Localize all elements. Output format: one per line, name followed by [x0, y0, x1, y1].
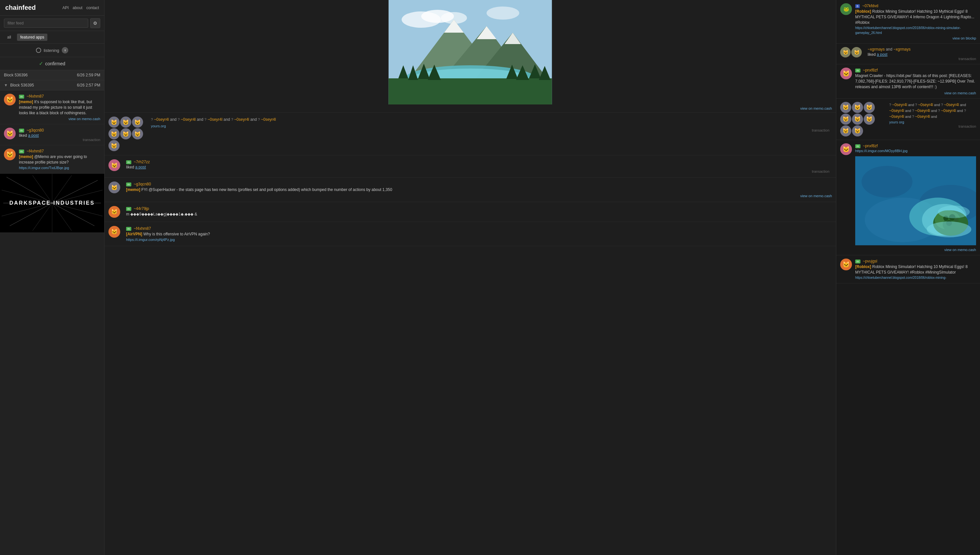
- avatar: 😺: [132, 128, 143, 140]
- nav-contact[interactable]: contact: [86, 6, 99, 10]
- user-link[interactable]: ~0seyr4l: [234, 117, 249, 122]
- yours-org-link[interactable]: yours.org: [151, 124, 832, 128]
- yours-org-right[interactable]: yours org: [889, 119, 976, 124]
- imgur-link-right[interactable]: https://i.imgur.com/MOyy8BH.jpg: [855, 148, 976, 153]
- avatar: 😺: [120, 117, 131, 128]
- feed-user-link[interactable]: ~7rh27zz: [133, 160, 150, 164]
- block-536396-time: 6/26 2:59 PM: [77, 73, 100, 77]
- feed-user-link[interactable]: ~pnxf8zf: [863, 68, 878, 72]
- feed-message: Roblox Mining Simulator! Hatching 10 Myt…: [855, 9, 974, 25]
- view-on-memo-link[interactable]: view on memo.cash: [19, 117, 100, 121]
- users-text: ? ~0seyr4l and ? ~0seyr4l and ? ~0seyr4l…: [889, 102, 976, 119]
- checkmark-icon: ✓: [39, 60, 43, 67]
- feed-message: Roblox Mining Simulator! Hatching 10 Myt…: [855, 265, 967, 274]
- nav-about[interactable]: about: [72, 6, 82, 10]
- user-link[interactable]: ~0seyr4l: [918, 103, 933, 107]
- feed-text: [memo] @Memo are you ever going to incre…: [19, 154, 100, 165]
- svg-line-5: [52, 203, 95, 226]
- right-list-item: 😺 😺 ~xgrmays and ~xgrmays liked a post t…: [836, 44, 980, 64]
- avatar: 😺: [132, 117, 143, 128]
- feed-user-link[interactable]: ~pnxf8zf: [863, 144, 878, 148]
- avatar: 😺: [108, 117, 120, 128]
- liked-post-link[interactable]: a post: [135, 165, 146, 170]
- filter-settings-button[interactable]: ⚙: [90, 18, 100, 28]
- feed-user-link[interactable]: ~f4xhm87: [26, 149, 44, 154]
- view-on-link[interactable]: view on memo.cash: [126, 194, 832, 198]
- user-link[interactable]: ~0seyr4l: [915, 108, 930, 113]
- liked-line: ~xgrmays and ~xgrmays: [868, 47, 976, 51]
- user-link[interactable]: ~0seyr4l: [261, 117, 276, 122]
- user-link[interactable]: ~0seyr4l: [944, 103, 959, 107]
- feed-user-link[interactable]: ~44r79jp: [133, 206, 149, 211]
- avatar: 😺: [108, 159, 120, 171]
- feed-content: m ~g3qcn80 liked a post transaction: [19, 128, 100, 142]
- memo-badge: m: [19, 128, 24, 133]
- block-536396-header[interactable]: Block 536396 6/26 2:59 PM: [0, 70, 104, 80]
- user-link[interactable]: ~0seyr4l: [207, 117, 222, 122]
- transaction-label: transaction: [19, 138, 100, 142]
- feed-user-link[interactable]: ~xgrmays: [868, 47, 885, 51]
- feed-tag: [Roblox]: [855, 9, 871, 14]
- avatar: 🐱: [840, 143, 852, 155]
- user-link[interactable]: ~0seyr4l: [889, 114, 904, 119]
- tab-featured-apps[interactable]: featured apps: [17, 34, 47, 41]
- right-content: m ~pnxf8zf https://i.imgur.com/MOyy8BH.j…: [855, 143, 976, 252]
- view-on-memo-aerial[interactable]: view on memo.cash: [855, 248, 976, 252]
- feed-text: [memo] FYI @SuperHacker - the stats page…: [126, 187, 832, 192]
- nav-api[interactable]: API: [63, 6, 69, 10]
- user-link[interactable]: ~0seyr4l: [941, 108, 956, 113]
- avatar: 🐱: [108, 206, 120, 218]
- feed-user-link[interactable]: ~07kfdvd: [863, 3, 879, 8]
- feed-user-link[interactable]: ~f4xhm87: [133, 226, 151, 231]
- mountain-svg: [104, 0, 836, 104]
- feed-user-link[interactable]: ~f4xhm87: [26, 94, 44, 99]
- memo-badge: m: [126, 207, 131, 211]
- pause-icon[interactable]: ⏸: [62, 47, 68, 53]
- imgur-link[interactable]: https://i.imgur.com/TxdJBqe.jpg: [19, 165, 100, 170]
- feed-user-link[interactable]: ~pvujgsl: [863, 259, 877, 263]
- avatar: 🐱: [4, 128, 16, 140]
- roblox-link2[interactable]: https://chloetuberchannel.blogspot.com/2…: [855, 275, 976, 280]
- view-on-blockp[interactable]: view on blockp: [855, 36, 976, 40]
- view-on-memo-link[interactable]: view on memo.cash: [855, 91, 976, 95]
- feed-user-link[interactable]: ~g3qcn80: [26, 128, 44, 133]
- svg-line-0: [6, 177, 52, 203]
- svg-point-52: [938, 205, 970, 218]
- feed-user-link[interactable]: ~g3qcn80: [133, 182, 151, 186]
- imgur-link2[interactable]: https://i.imgur.com/rpNj4Pz.jpg: [126, 237, 832, 242]
- feed-text: [memo] It's supposed to look like that, …: [19, 99, 100, 115]
- filter-input[interactable]: [4, 19, 88, 28]
- right-list-item: 🐱 m ~pvujgsl [Roblox] Roblox Mining Simu…: [836, 255, 980, 284]
- tab-all[interactable]: all: [4, 34, 14, 41]
- aerial-image: [855, 155, 976, 247]
- feed-text: [Roblox] Roblox Mining Simulator! Hatchi…: [855, 9, 976, 25]
- feed-tag: [Roblox]: [855, 265, 871, 269]
- block-536396-label: Block 536396: [4, 73, 28, 77]
- memo-badge: m: [855, 260, 860, 263]
- right-list-item: 🐸 B ~07kfdvd [Roblox] Roblox Mining Simu…: [836, 0, 980, 44]
- feed-user-link[interactable]: ~xgrmays: [893, 47, 911, 51]
- roblox-link[interactable]: https://chloetuberchannel.blogspot.com/2…: [855, 25, 976, 35]
- view-on-memo-middle[interactable]: view on memo.cash: [104, 104, 836, 112]
- user-link[interactable]: ~0seyr4l: [892, 103, 907, 107]
- avatar: 😺: [840, 125, 851, 136]
- user-link[interactable]: ~0seyr4l: [915, 114, 930, 119]
- filter-area: ⚙: [0, 16, 104, 31]
- feed-tag: [AirVPN]: [126, 232, 142, 236]
- user-link[interactable]: ~0seyr4l: [889, 108, 904, 113]
- block-536395-header[interactable]: ▼ Block 536395 6/26 2:57 PM: [0, 80, 104, 90]
- liked-post-link[interactable]: a post: [28, 133, 39, 138]
- user-link[interactable]: ~0seyr4l: [154, 117, 169, 122]
- list-item: DARKSPACE INDUSTRIES: [0, 174, 104, 233]
- feed-content: m ~f4xhm87 [memo] @Memo are you ever goi…: [19, 149, 100, 170]
- darkspace-text: DARKSPACE INDUSTRIES: [10, 200, 95, 207]
- user-link[interactable]: ~0seyr4l: [181, 117, 196, 122]
- feed-user-line: m ~pvujgsl: [855, 258, 976, 263]
- confirmed-label: confirmed: [45, 61, 65, 66]
- right-column: 🐸 B ~07kfdvd [Roblox] Roblox Mining Simu…: [836, 0, 980, 555]
- avatar: 🐱: [4, 94, 16, 106]
- liked-post-link[interactable]: a post: [877, 52, 888, 57]
- middle-list-item-avatars: 😺 😺 😺 😺 😺 😺 😺 ? ~0seyr4l and ? ~0seyr4l …: [104, 112, 836, 156]
- middle-list-item: 🐱 m ~f4xhm87 [AirVPN] Why is this offens…: [104, 222, 836, 246]
- middle-content: ? ~0seyr4l and ? ~0seyr4l and ? ~0seyr4l…: [151, 117, 832, 151]
